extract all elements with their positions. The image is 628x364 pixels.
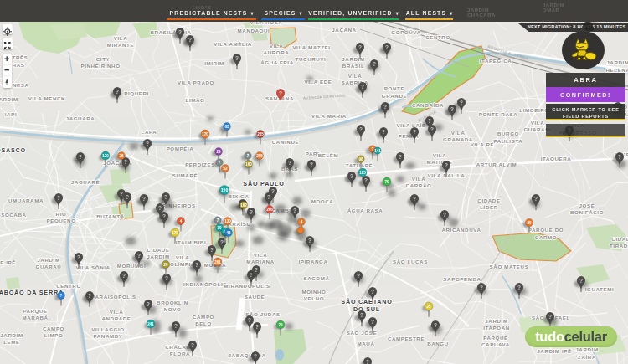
svg-text:?: ? (88, 293, 91, 299)
svg-text:INDIANÓPOLIS: INDIANÓPOLIS (183, 281, 227, 287)
svg-text:VILA SÔNIA: VILA SÔNIA (75, 264, 110, 270)
svg-text:?: ? (361, 84, 364, 90)
svg-text:?: ? (430, 126, 434, 132)
svg-text:?: ? (57, 195, 60, 201)
svg-text:GRANDE: GRANDE (382, 93, 407, 99)
svg-text:VILA MENCK: VILA MENCK (28, 95, 65, 101)
svg-text:4: 4 (180, 219, 183, 223)
svg-text:?: ? (178, 29, 182, 35)
svg-text:98: 98 (358, 157, 363, 161)
svg-text:?: ? (308, 238, 311, 244)
svg-text:CAMPO: CAMPO (43, 326, 64, 331)
svg-text:BELO: BELO (195, 320, 212, 326)
svg-text:MOINHO: MOINHO (301, 289, 326, 295)
svg-text:150: 150 (221, 187, 229, 192)
svg-text:ARTUR ALVIM: ARTUR ALVIM (476, 161, 517, 167)
svg-text:241: 241 (147, 322, 154, 326)
svg-text:JAÇANÃ: JAÇANÃ (332, 27, 356, 33)
svg-text:GRANADA: GRANADA (443, 136, 473, 142)
svg-text:JAGUARÉ: JAGUARÉ (71, 179, 100, 185)
svg-text:VILA: VILA (433, 152, 447, 158)
svg-text:7: 7 (247, 154, 250, 158)
svg-text:?: ? (146, 141, 149, 146)
svg-text:OSASCO: OSASCO (0, 146, 26, 154)
svg-text:VILA: VILA (176, 254, 190, 260)
svg-text:PARQUE DO: PARQUE DO (528, 227, 564, 233)
svg-text:CIDADE: CIDADE (147, 247, 169, 253)
svg-text:?: ? (124, 159, 127, 165)
svg-text:JAGUARA: JAGUARA (66, 115, 95, 121)
svg-text:GUARAÚ: GUARAÚ (36, 264, 62, 269)
svg-text:TABOÃO DA SERRA: TABOÃO DA SERRA (0, 289, 64, 296)
svg-text:PARQUE: PARQUE (483, 335, 508, 341)
svg-text:BUTANTÃ: BUTANTÃ (96, 213, 125, 219)
svg-text:?: ? (443, 212, 446, 218)
svg-text:BANGU: BANGU (427, 341, 449, 346)
svg-text:BIXIGA: BIXIGA (229, 193, 250, 199)
svg-text:CARMO: CARMO (535, 234, 557, 240)
svg-text:SUMARÉ: SUMARÉ (172, 172, 198, 178)
svg-text:SAPOPEMBA: SAPOPEMBA (443, 276, 481, 282)
svg-text:ITAQUERA: ITAQUERA (541, 156, 572, 161)
svg-text:MARABÁ: MARABÁ (22, 315, 48, 320)
svg-text:CITY: CITY (96, 56, 111, 62)
svg-text:PINHEIRINHO: PINHEIRINHO (80, 63, 120, 69)
svg-text:SAÚDE: SAÚDE (245, 294, 265, 300)
svg-text:?: ? (579, 278, 583, 284)
svg-text:VILA MARIA: VILA MARIA (311, 113, 347, 119)
svg-text:52: 52 (223, 167, 228, 171)
svg-text:LÍDER: LÍDER (480, 204, 498, 210)
svg-text:?: ? (480, 285, 483, 290)
svg-text:CANGAÍBA: CANGAÍBA (412, 102, 444, 108)
svg-text:TUCURUVI: TUCURUVI (296, 56, 327, 62)
svg-text:63: 63 (224, 125, 229, 129)
svg-text:?: ? (255, 267, 258, 273)
svg-text:CAMPESTRE: CAMPESTRE (388, 336, 425, 341)
svg-text:?: ? (158, 205, 162, 211)
svg-text:?: ? (142, 196, 146, 202)
svg-text:?: ? (434, 322, 437, 328)
svg-text:UMUARAMA: UMUARAMA (8, 197, 44, 203)
svg-text:UE IPÊ: UE IPÊ (0, 259, 16, 265)
svg-text:PEQUENO: PEQUENO (46, 218, 75, 223)
svg-text:265: 265 (257, 132, 264, 136)
svg-text:?: ? (255, 324, 259, 330)
svg-text:JABAQUARA: JABAQUARA (229, 352, 266, 358)
svg-text:BONIFÁCIO: BONIFÁCIO (570, 209, 604, 215)
svg-text:29: 29 (216, 150, 221, 154)
svg-text:MAUÁ: MAUÁ (358, 341, 375, 346)
svg-text:?: ? (137, 253, 141, 259)
svg-text:?: ? (248, 317, 251, 323)
svg-text:25: 25 (426, 305, 431, 309)
svg-text:?: ? (399, 154, 402, 160)
svg-text:?: ? (293, 208, 296, 213)
svg-text:JARDIM: JARDIM (147, 254, 169, 259)
svg-text:MARIANA: MARIANA (246, 259, 274, 264)
svg-text:120: 120 (102, 154, 109, 158)
svg-text:?: ? (288, 160, 291, 166)
svg-text:20: 20 (163, 263, 168, 267)
svg-text:VILA AMÉLIA: VILA AMÉLIA (214, 41, 252, 47)
svg-text:29: 29 (278, 323, 283, 327)
svg-text:VILA LAÍS: VILA LAÍS (396, 122, 425, 128)
svg-text:130: 130 (224, 219, 231, 223)
svg-text:MOOCA: MOOCA (311, 198, 334, 204)
svg-text:46: 46 (226, 231, 231, 235)
svg-text:ANDRADE: ANDRADE (101, 315, 131, 321)
svg-text:?: ? (164, 194, 167, 200)
svg-text:?: ? (77, 254, 80, 260)
svg-text:RIO: RIO (56, 211, 67, 217)
svg-text:?: ? (147, 301, 150, 307)
svg-text:ÁGUA RASA: ÁGUA RASA (347, 208, 383, 213)
svg-text:VILA: VILA (270, 43, 284, 49)
svg-text:26: 26 (119, 154, 124, 158)
svg-text:?: ? (267, 194, 270, 200)
svg-text:?: ? (359, 126, 363, 132)
svg-text:?: ? (364, 177, 368, 183)
svg-text:70: 70 (384, 180, 389, 184)
svg-text:AURORA: AURORA (264, 49, 290, 55)
svg-text:?: ? (382, 129, 385, 135)
svg-text:NOVO: NOVO (164, 306, 182, 312)
svg-text:?: ? (548, 314, 552, 320)
svg-text:PERDIZES: PERDIZES (185, 161, 215, 167)
